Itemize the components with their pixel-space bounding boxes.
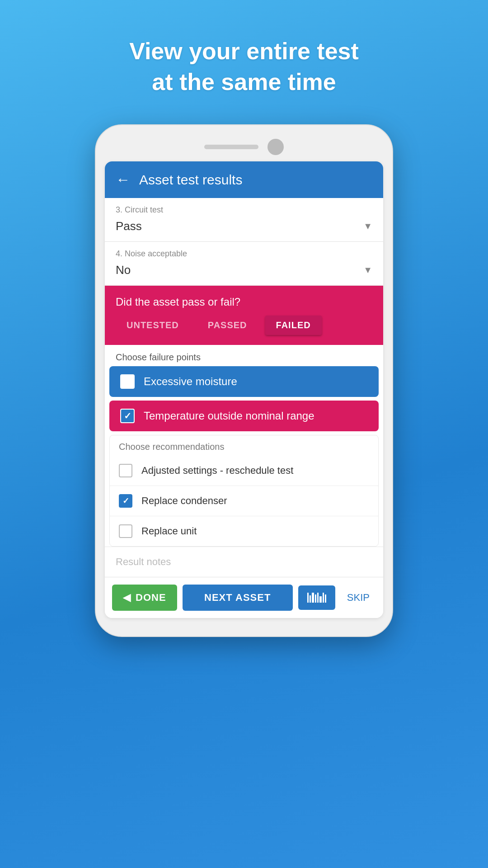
recommendations-section: Choose recommendations Adjusted settings…	[109, 435, 379, 547]
replace-unit-label: Replace unit	[141, 525, 197, 537]
pass-fail-section: Did the asset pass or fail? UNTESTED PAS…	[105, 286, 383, 345]
failure-item-moisture[interactable]: Excessive moisture	[109, 366, 379, 397]
barcode-scan-button[interactable]	[298, 585, 335, 610]
moisture-label: Excessive moisture	[144, 375, 237, 388]
app-content: 3. Circuit test Pass ▼ 4. Noise acceptab…	[105, 198, 383, 618]
pass-fail-question: Did the asset pass or fail?	[116, 296, 372, 308]
circuit-test-label: 3. Circuit test	[116, 205, 372, 215]
temperature-checkmark-icon: ✓	[124, 410, 131, 421]
done-label: DONE	[136, 592, 166, 604]
skip-button[interactable]: SKIP	[341, 585, 376, 611]
rec-item-replace-condenser[interactable]: ✓ Replace condenser	[110, 486, 378, 516]
circuit-test-arrow-icon: ▼	[363, 221, 372, 231]
failure-item-temperature[interactable]: ✓ Temperature outside nominal range	[109, 401, 379, 431]
done-arrow-icon: ◀	[123, 592, 131, 604]
back-button[interactable]: ←	[116, 171, 130, 188]
failed-button[interactable]: FAILED	[265, 316, 322, 335]
phone-mockup: ← Asset test results 3. Circuit test Pas…	[95, 124, 393, 637]
passed-button[interactable]: PASSED	[197, 316, 258, 335]
circuit-test-field: 3. Circuit test Pass ▼	[105, 198, 383, 242]
rec-item-replace-unit[interactable]: Replace unit	[110, 516, 378, 546]
moisture-checkbox[interactable]	[120, 374, 135, 389]
app-header: ← Asset test results	[105, 161, 383, 198]
recommendations-label: Choose recommendations	[110, 435, 378, 456]
adjusted-label: Adjusted settings - reschedule test	[141, 465, 293, 476]
pass-fail-buttons: UNTESTED PASSED FAILED	[116, 316, 372, 335]
noise-acceptable-label: 4. Noise acceptable	[116, 249, 372, 259]
untested-button[interactable]: UNTESTED	[116, 316, 190, 335]
next-asset-button[interactable]: NEXT ASSET	[183, 585, 293, 611]
circuit-test-value: Pass	[116, 219, 142, 233]
hero-title-line1: View your entire test	[129, 38, 359, 64]
app-screen: ← Asset test results 3. Circuit test Pas…	[105, 161, 383, 618]
phone-bar	[204, 145, 258, 149]
condenser-checkmark-icon: ✓	[122, 496, 129, 506]
rec-item-adjusted[interactable]: Adjusted settings - reschedule test	[110, 456, 378, 486]
noise-acceptable-dropdown[interactable]: No ▼	[116, 261, 372, 279]
condenser-checkbox[interactable]: ✓	[119, 494, 132, 508]
phone-camera	[267, 139, 284, 155]
result-notes-section: Result notes	[105, 547, 383, 577]
noise-acceptable-arrow-icon: ▼	[363, 265, 372, 275]
temperature-checkbox[interactable]: ✓	[120, 409, 135, 423]
replace-unit-checkbox[interactable]	[119, 524, 132, 538]
noise-acceptable-value: No	[116, 263, 131, 277]
bottom-bar: ◀ DONE NEXT ASSET SKI	[105, 577, 383, 618]
circuit-test-dropdown[interactable]: Pass ▼	[116, 217, 372, 235]
screen-title: Asset test results	[139, 172, 242, 188]
phone-notch	[105, 139, 383, 155]
hero-title-line2: at the same time	[152, 69, 336, 95]
failure-points-label: Choose failure points	[105, 345, 383, 366]
temperature-label: Temperature outside nominal range	[144, 410, 314, 422]
condenser-label: Replace condenser	[141, 495, 227, 507]
result-notes-placeholder[interactable]: Result notes	[116, 556, 171, 567]
barcode-icon	[307, 593, 326, 603]
adjusted-checkbox[interactable]	[119, 464, 132, 477]
noise-acceptable-field: 4. Noise acceptable No ▼	[105, 242, 383, 286]
done-button[interactable]: ◀ DONE	[112, 585, 177, 611]
failure-points-section: Choose failure points Excessive moisture…	[105, 345, 383, 547]
hero-title: View your entire test at the same time	[102, 36, 386, 97]
